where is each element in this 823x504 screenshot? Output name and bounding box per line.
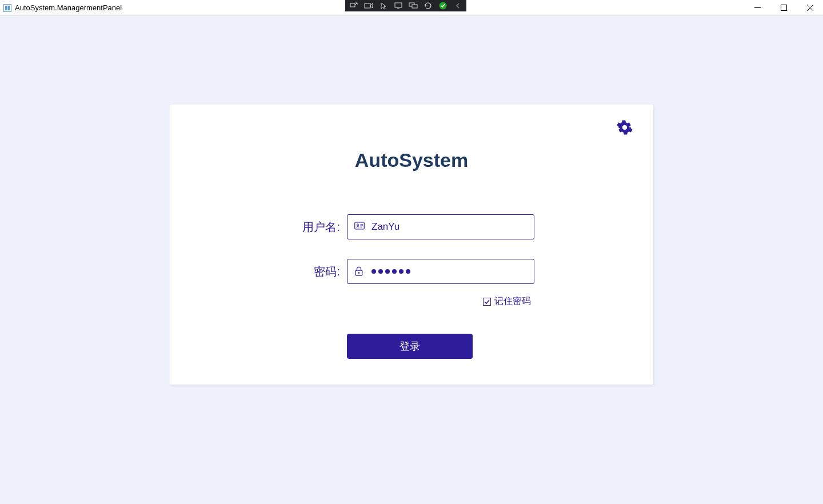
- toolbar-status-ok-icon[interactable]: [437, 1, 449, 11]
- login-heading: AutoSystem: [170, 149, 653, 171]
- svg-rect-11: [781, 5, 786, 11]
- lock-icon: [354, 266, 365, 277]
- password-label: 密码:: [289, 264, 340, 279]
- svg-rect-5: [395, 3, 402, 7]
- toolbar-display-icon[interactable]: [392, 1, 405, 11]
- toolbar-pin-icon[interactable]: [347, 1, 360, 11]
- password-row: 密码:: [289, 259, 534, 284]
- window-title: AutoSystem.ManagermentPanel: [15, 3, 122, 12]
- login-button[interactable]: 登录: [347, 334, 473, 359]
- minimize-button[interactable]: [744, 0, 770, 16]
- toolbar-cursor-icon[interactable]: [377, 1, 390, 11]
- remember-checkbox[interactable]: [483, 298, 491, 306]
- svg-rect-3: [350, 3, 355, 7]
- svg-point-15: [357, 224, 358, 226]
- user-card-icon: [354, 222, 365, 232]
- close-button[interactable]: [797, 0, 823, 16]
- svg-rect-8: [412, 5, 417, 8]
- settings-button[interactable]: [617, 119, 633, 135]
- password-input-wrap[interactable]: [347, 259, 534, 284]
- titlebar-left: AutoSystem.ManagermentPanel: [3, 3, 122, 12]
- window-buttons: [744, 0, 823, 15]
- svg-rect-1: [5, 6, 7, 10]
- login-form: 用户名:: [170, 214, 653, 359]
- toolbar-refresh-icon[interactable]: [422, 1, 434, 11]
- window-titlebar: AutoSystem.ManagermentPanel: [0, 0, 823, 16]
- app-icon: [3, 4, 11, 12]
- username-label: 用户名:: [289, 219, 340, 235]
- username-input-wrap[interactable]: [347, 214, 534, 239]
- svg-rect-2: [8, 6, 10, 10]
- toolbar-camera-icon[interactable]: [362, 1, 375, 11]
- remote-session-toolbar: [345, 0, 466, 11]
- svg-rect-4: [365, 3, 370, 8]
- check-icon: [484, 298, 490, 305]
- remember-row: 记住密码: [347, 295, 531, 307]
- toolbar-multi-display-icon[interactable]: [407, 1, 420, 11]
- maximize-button[interactable]: [770, 0, 797, 16]
- gear-icon: [617, 119, 633, 135]
- toolbar-chevron-left-icon[interactable]: [452, 1, 464, 11]
- username-row: 用户名:: [289, 214, 534, 239]
- password-input[interactable]: [371, 269, 527, 274]
- svg-rect-0: [4, 4, 11, 11]
- login-card: AutoSystem 用户名:: [170, 105, 653, 385]
- content-area: AutoSystem 用户名:: [0, 16, 823, 504]
- username-input[interactable]: [371, 221, 527, 233]
- remember-label[interactable]: 记住密码: [494, 295, 531, 307]
